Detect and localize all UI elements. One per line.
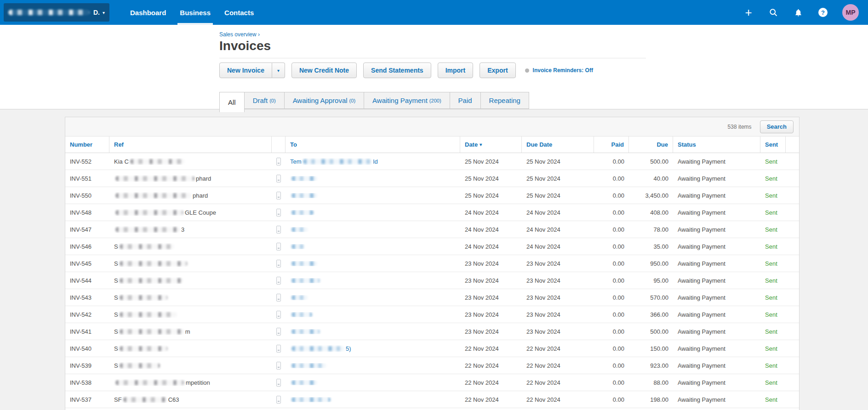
note-cell[interactable] bbox=[272, 277, 286, 285]
note-cell[interactable] bbox=[272, 294, 286, 302]
invoice-row-inv-550[interactable]: INV-550phard25 Nov 202425 Nov 20240.003,… bbox=[65, 187, 799, 204]
document-note-icon[interactable] bbox=[276, 328, 281, 336]
contact-link-cell[interactable] bbox=[286, 244, 460, 249]
column-header-to[interactable]: To bbox=[286, 137, 460, 153]
invoice-row-inv-546[interactable]: INV-546S24 Nov 202424 Nov 20240.0035.00A… bbox=[65, 238, 799, 255]
contact-link-cell[interactable] bbox=[286, 363, 460, 368]
document-note-icon[interactable] bbox=[276, 260, 281, 268]
contact-link-cell[interactable] bbox=[286, 193, 460, 198]
user-avatar[interactable]: MP bbox=[842, 4, 859, 21]
invoice-number-cell[interactable]: INV-550 bbox=[65, 192, 109, 199]
invoice-row-inv-539[interactable]: INV-539S22 Nov 202422 Nov 20240.00923.00… bbox=[65, 357, 799, 374]
invoice-number-cell[interactable]: INV-540 bbox=[65, 345, 109, 352]
contact-link-cell[interactable] bbox=[286, 380, 460, 385]
new-credit-note-button[interactable]: New Credit Note bbox=[291, 63, 357, 78]
note-cell[interactable] bbox=[272, 192, 286, 199]
document-note-icon[interactable] bbox=[276, 294, 281, 302]
note-cell[interactable] bbox=[272, 209, 286, 216]
invoice-row-inv-544[interactable]: INV-544S23 Nov 202423 Nov 20240.0095.00A… bbox=[65, 272, 799, 289]
invoice-number-cell[interactable]: INV-551 bbox=[65, 175, 109, 182]
invoice-number-cell[interactable]: INV-548 bbox=[65, 209, 109, 216]
document-note-icon[interactable] bbox=[276, 192, 281, 199]
column-header-due[interactable]: Due bbox=[629, 137, 673, 153]
invoice-row-inv-545[interactable]: INV-545S23 Nov 202423 Nov 20240.00950.00… bbox=[65, 255, 799, 272]
invoice-row-inv-548[interactable]: INV-548GLE Coupe24 Nov 202424 Nov 20240.… bbox=[65, 204, 799, 221]
column-header-number[interactable]: Number bbox=[65, 137, 109, 153]
nav-item-dashboard[interactable]: Dashboard bbox=[123, 0, 173, 25]
new-invoice-dropdown-button[interactable]: ▾ bbox=[272, 63, 285, 78]
document-note-icon[interactable] bbox=[276, 311, 281, 319]
invoice-row-inv-538[interactable]: INV-538mpetition22 Nov 202422 Nov 20240.… bbox=[65, 374, 799, 391]
note-cell[interactable] bbox=[272, 328, 286, 336]
contact-link-cell[interactable] bbox=[286, 261, 460, 266]
tab-repeating[interactable]: Repeating bbox=[480, 92, 529, 109]
import-button[interactable]: Import bbox=[438, 63, 474, 78]
contact-link-cell[interactable] bbox=[286, 176, 460, 181]
note-cell[interactable] bbox=[272, 345, 286, 353]
plus-icon[interactable]: + bbox=[743, 7, 754, 18]
invoice-number-cell[interactable]: INV-546 bbox=[65, 243, 109, 250]
invoice-row-inv-541[interactable]: INV-541Sm23 Nov 202423 Nov 20240.00500.0… bbox=[65, 323, 799, 340]
invoice-number-cell[interactable]: INV-541 bbox=[65, 328, 109, 335]
column-header-ref[interactable]: Ref bbox=[109, 137, 272, 153]
document-note-icon[interactable] bbox=[276, 379, 281, 387]
help-icon[interactable]: ? bbox=[817, 7, 828, 18]
invoice-number-cell[interactable]: INV-539 bbox=[65, 362, 109, 369]
search-icon[interactable] bbox=[768, 7, 779, 18]
invoice-row-inv-543[interactable]: INV-543S23 Nov 202423 Nov 20240.00570.00… bbox=[65, 289, 799, 306]
document-note-icon[interactable] bbox=[276, 158, 281, 165]
invoice-row-inv-547[interactable]: INV-547324 Nov 202424 Nov 20240.0078.00A… bbox=[65, 221, 799, 238]
breadcrumb[interactable]: Sales overview › bbox=[219, 31, 868, 38]
document-note-icon[interactable] bbox=[276, 175, 281, 182]
invoice-row-inv-537[interactable]: INV-537SFC6322 Nov 202422 Nov 20240.0019… bbox=[65, 391, 799, 408]
invoice-row-inv-540[interactable]: INV-540S5)22 Nov 202422 Nov 20240.00150.… bbox=[65, 340, 799, 357]
note-cell[interactable] bbox=[272, 226, 286, 233]
org-switcher[interactable]: D. ▾ bbox=[4, 3, 109, 22]
column-header-date[interactable]: Date▾ bbox=[460, 137, 522, 153]
tab-awaiting-approval[interactable]: Awaiting Approval(0) bbox=[284, 92, 364, 109]
contact-link-cell[interactable] bbox=[286, 227, 460, 232]
export-button[interactable]: Export bbox=[480, 63, 515, 78]
contact-link-cell[interactable] bbox=[286, 295, 460, 300]
invoice-row-inv-551[interactable]: INV-551phard25 Nov 202425 Nov 20240.0040… bbox=[65, 170, 799, 187]
contact-link-cell[interactable] bbox=[286, 329, 460, 334]
column-header-status[interactable]: Status bbox=[673, 137, 760, 153]
contact-link-cell[interactable]: 5) bbox=[286, 345, 460, 352]
note-cell[interactable] bbox=[272, 362, 286, 370]
note-cell[interactable] bbox=[272, 158, 286, 165]
contact-link-cell[interactable] bbox=[286, 312, 460, 317]
document-note-icon[interactable] bbox=[276, 226, 281, 233]
nav-item-contacts[interactable]: Contacts bbox=[217, 0, 261, 25]
column-header-paid[interactable]: Paid bbox=[594, 137, 629, 153]
invoice-row-inv-552[interactable]: INV-552Kia CTemld25 Nov 202425 Nov 20240… bbox=[65, 153, 799, 170]
document-note-icon[interactable] bbox=[276, 277, 281, 285]
invoice-number-cell[interactable]: INV-537 bbox=[65, 396, 109, 403]
invoice-number-cell[interactable]: INV-552 bbox=[65, 158, 109, 165]
note-cell[interactable] bbox=[272, 175, 286, 182]
invoice-number-cell[interactable]: INV-543 bbox=[65, 294, 109, 301]
tab-paid[interactable]: Paid bbox=[450, 92, 481, 109]
invoice-number-cell[interactable]: INV-544 bbox=[65, 277, 109, 284]
invoice-number-cell[interactable]: INV-547 bbox=[65, 226, 109, 233]
document-note-icon[interactable] bbox=[276, 362, 281, 370]
contact-link-cell[interactable] bbox=[286, 278, 460, 283]
bell-icon[interactable] bbox=[793, 7, 804, 18]
note-cell[interactable] bbox=[272, 260, 286, 268]
note-cell[interactable] bbox=[272, 396, 286, 404]
tab-draft[interactable]: Draft(0) bbox=[244, 92, 285, 109]
note-cell[interactable] bbox=[272, 311, 286, 319]
column-header-sent[interactable]: Sent bbox=[760, 137, 786, 153]
note-cell[interactable] bbox=[272, 243, 286, 251]
contact-link-cell[interactable] bbox=[286, 210, 460, 215]
invoice-number-cell[interactable]: INV-545 bbox=[65, 260, 109, 267]
send-statements-button[interactable]: Send Statements bbox=[363, 63, 431, 78]
document-note-icon[interactable] bbox=[276, 345, 281, 353]
invoice-number-cell[interactable]: INV-538 bbox=[65, 379, 109, 386]
invoice-number-cell[interactable]: INV-542 bbox=[65, 311, 109, 318]
nav-item-business[interactable]: Business bbox=[173, 0, 217, 25]
contact-link-cell[interactable]: Temld bbox=[286, 158, 460, 165]
search-button[interactable]: Search bbox=[760, 120, 794, 133]
note-cell[interactable] bbox=[272, 379, 286, 387]
tab-all[interactable]: All bbox=[219, 92, 245, 112]
contact-link-cell[interactable] bbox=[286, 397, 460, 402]
